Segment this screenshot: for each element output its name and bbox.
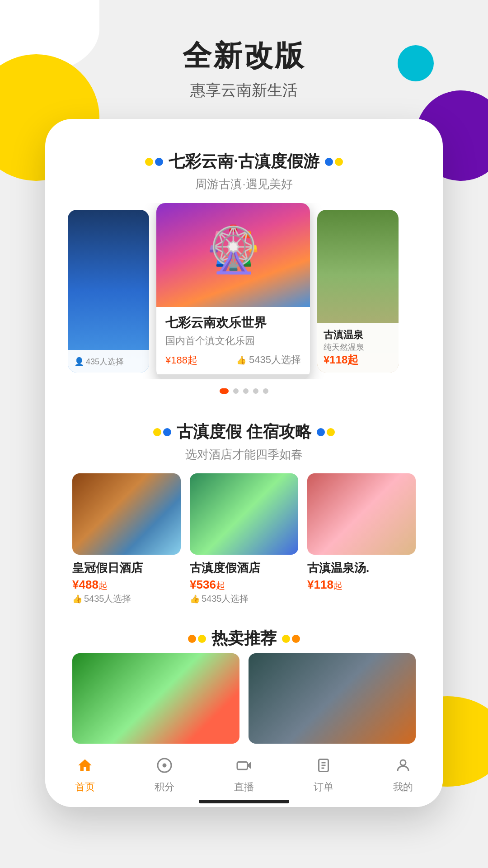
carousel-item-right[interactable]: 古滇温泉 纯天然温泉 ¥118起 — [317, 210, 399, 373]
carousel-left-image — [68, 210, 149, 373]
carousel-indicators — [59, 388, 429, 394]
home-icon — [77, 757, 93, 778]
section-qicai: 七彩云南·古滇度假游 周游古滇·遇见美好 435人选择 — [45, 137, 443, 407]
indicator-1[interactable] — [220, 388, 229, 394]
page-title: 全新改版 — [0, 36, 488, 75]
svg-point-8 — [400, 760, 406, 765]
hotel-grid: 皇冠假日酒店 ¥488起 5435人选择 古滇度假酒店 ¥536起 — [59, 473, 429, 605]
carousel-right-sub: 纯天然温泉 — [324, 342, 392, 353]
nav-label-home: 首页 — [75, 780, 95, 794]
hotel-item-1[interactable]: 皇冠假日酒店 ¥488起 5435人选择 — [72, 473, 181, 605]
section3-title: 热卖推荐 — [211, 627, 277, 650]
dot-blue-1 — [155, 158, 163, 166]
thumb-up-icon-center — [236, 354, 246, 366]
carousel-center-image — [156, 203, 310, 307]
hotel-item-2[interactable]: 古滇度假酒店 ¥536起 5435人选择 — [190, 473, 298, 605]
section1-header: 七彩云南·古滇度假游 — [59, 151, 429, 173]
hot-item-1[interactable] — [72, 653, 239, 744]
thumb-up-icon-h1 — [72, 594, 82, 604]
section1-dots-left — [145, 158, 163, 166]
section2-header: 古滇度假 住宿攻略 — [59, 421, 429, 443]
phone-wrapper: 七彩云南·古滇度假游 周游古滇·遇见美好 435人选择 — [0, 119, 488, 807]
hotel-item-3[interactable]: 古滇温泉汤. ¥118起 — [307, 473, 416, 605]
hotel-price-2: ¥536起 — [190, 578, 298, 592]
carousel-center-footer: ¥188起 5435人选择 — [165, 352, 301, 367]
nav-item-order[interactable]: 订单 — [314, 757, 333, 794]
nav-item-live[interactable]: 直播 — [234, 757, 254, 794]
carousel-right-name: 古滇温泉 — [324, 328, 392, 342]
carousel-right-price: ¥118起 — [324, 353, 392, 367]
hot-img-2 — [249, 653, 416, 744]
dot-yellow-4 — [327, 428, 335, 436]
section2-subtitle: 选对酒店才能四季如春 — [59, 447, 429, 462]
hot-img-1 — [72, 653, 239, 744]
nav-label-score: 积分 — [155, 780, 174, 794]
dot-blue-3 — [163, 428, 171, 436]
carousel-left-choose: 435人选择 — [74, 356, 143, 367]
dot-blue-4 — [317, 428, 325, 436]
hotel-name-2: 古滇度假酒店 — [190, 560, 298, 576]
nav-label-order: 订单 — [314, 780, 333, 794]
page-subtitle: 惠享云南新生活 — [0, 80, 488, 101]
thumb-up-icon-h2 — [190, 594, 200, 604]
hotel-img-3 — [307, 473, 416, 555]
section1-subtitle: 周游古滇·遇见美好 — [59, 176, 429, 192]
svg-point-1 — [163, 764, 167, 768]
carousel-center-info: 七彩云南欢乐世界 国内首个滇文化乐园 ¥188起 5435人选择 — [156, 307, 310, 374]
dot-yellow-6 — [282, 635, 290, 643]
dot-yellow-5 — [198, 635, 206, 643]
dot-blue-2 — [325, 158, 333, 166]
hotel-name-1: 皇冠假日酒店 — [72, 560, 181, 576]
carousel-item-center[interactable]: 七彩云南欢乐世界 国内首个滇文化乐园 ¥188起 5435人选择 — [156, 203, 310, 379]
section3-dots-left — [188, 635, 206, 643]
section1-title: 七彩云南·古滇度假游 — [169, 151, 319, 173]
carousel-item-left[interactable]: 435人选择 — [68, 210, 149, 373]
phone-mockup: 七彩云南·古滇度假游 周游古滇·遇见美好 435人选择 — [45, 119, 443, 807]
nav-item-profile[interactable]: 我的 — [393, 757, 413, 794]
section3-dots-right — [282, 635, 300, 643]
section-hotel: 古滇度假 住宿攻略 选对酒店才能四季如春 皇冠假日酒店 ¥488起 — [45, 407, 443, 614]
nav-item-home[interactable]: 首页 — [75, 757, 95, 794]
carousel-right-info: 古滇温泉 纯天然温泉 ¥118起 — [317, 323, 399, 373]
order-icon — [315, 757, 332, 778]
bottom-nav: 首页 积分 直播 — [45, 753, 443, 807]
person-icon-left — [74, 357, 84, 367]
hotel-choose-2: 5435人选择 — [190, 593, 298, 605]
section2-dots-left — [153, 428, 171, 436]
nav-item-score[interactable]: 积分 — [155, 757, 174, 794]
nav-label-profile: 我的 — [393, 780, 413, 794]
hotel-price-3: ¥118起 — [307, 578, 416, 592]
hotel-choose-1: 5435人选择 — [72, 593, 181, 605]
section1-dots-right — [325, 158, 343, 166]
profile-icon — [395, 757, 411, 778]
carousel-center-name: 七彩云南欢乐世界 — [165, 314, 301, 331]
dot-yellow-2 — [335, 158, 343, 166]
hotel-img-2 — [190, 473, 298, 555]
svg-rect-2 — [237, 762, 248, 770]
section2-dots-right — [317, 428, 335, 436]
indicator-5[interactable] — [263, 388, 268, 394]
indicator-2[interactable] — [233, 388, 239, 394]
hot-item-2[interactable] — [249, 653, 416, 744]
carousel-center-choose: 5435人选择 — [236, 353, 301, 367]
dot-orange-1 — [188, 635, 196, 643]
carousel-left-info: 435人选择 — [68, 350, 149, 373]
dot-yellow-3 — [153, 428, 161, 436]
section-hot: 热卖推荐 — [45, 614, 443, 753]
nav-label-live: 直播 — [234, 780, 254, 794]
home-indicator — [199, 800, 289, 803]
hotel-price-1: ¥488起 — [72, 578, 181, 592]
indicator-4[interactable] — [253, 388, 258, 394]
carousel-center-price: ¥188起 — [165, 352, 197, 367]
header: 全新改版 惠享云南新生活 — [0, 0, 488, 119]
section2-title: 古滇度假 住宿攻略 — [177, 421, 311, 443]
hotel-img-1 — [72, 473, 181, 555]
section3-header: 热卖推荐 — [59, 627, 429, 650]
live-icon — [236, 757, 252, 778]
carousel-center-desc: 国内首个滇文化乐园 — [165, 334, 301, 348]
carousel: 435人选择 七彩云南欢乐世界 国内首个滇文化乐园 ¥188起 — [59, 203, 429, 379]
hot-grid — [59, 653, 429, 744]
score-icon — [156, 757, 173, 778]
indicator-3[interactable] — [243, 388, 249, 394]
hotel-name-3: 古滇温泉汤. — [307, 560, 416, 576]
